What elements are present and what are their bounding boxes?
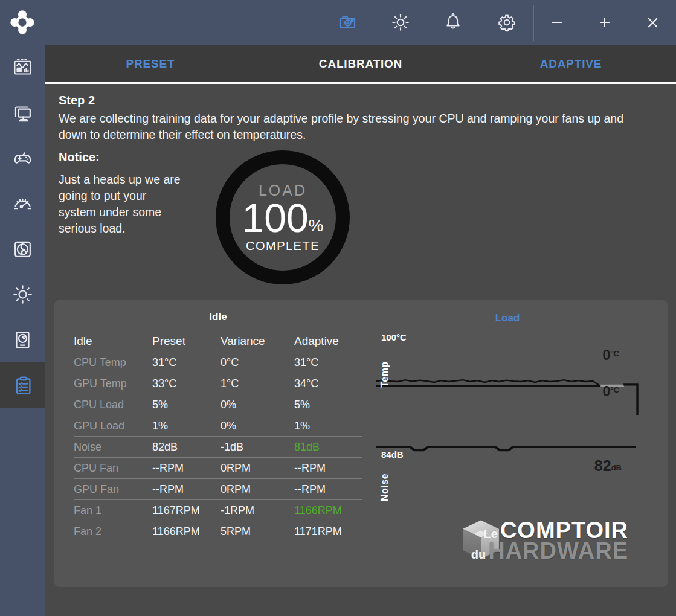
temp-axis-label: Temp bbox=[379, 361, 390, 387]
row-variance: 0% bbox=[221, 394, 294, 415]
row-adaptive-improved: 81dB bbox=[294, 437, 362, 458]
step-description: We are collecting training data for your… bbox=[59, 111, 629, 143]
maximize-button[interactable] bbox=[591, 9, 618, 36]
progress-value: 100 bbox=[242, 198, 308, 238]
row-preset: 33°C bbox=[152, 373, 221, 394]
sidebar-item-games[interactable] bbox=[0, 136, 45, 181]
noise-chart: 84dB Noise 82dB bbox=[376, 444, 641, 531]
row-label: Noise bbox=[74, 437, 152, 458]
row-preset: 31°C bbox=[152, 352, 221, 373]
col-header: Adaptive bbox=[294, 330, 362, 352]
temp-line-drop bbox=[623, 385, 637, 415]
noise-axis-label: Noise bbox=[379, 473, 390, 501]
temp-chart: 100°C Temp 0°C 0°C bbox=[376, 329, 641, 417]
col-header: Preset bbox=[152, 330, 221, 352]
cpu-temp-line bbox=[376, 380, 600, 386]
screenshot-camera-icon[interactable] bbox=[334, 9, 361, 36]
load-progress-ring: LOAD 100 % COMPLETE bbox=[216, 150, 350, 284]
titlebar-divider bbox=[533, 5, 534, 41]
sidebar-item-monitoring[interactable] bbox=[0, 45, 45, 91]
tab-adaptive[interactable]: ADAPTIVE bbox=[466, 45, 676, 82]
calibration-checklist-icon bbox=[11, 374, 34, 397]
row-label: Fan 2 bbox=[74, 521, 152, 542]
row-variance: 0% bbox=[221, 415, 294, 437]
performance-gauge-icon bbox=[11, 193, 34, 215]
sidebar-item-pump[interactable] bbox=[0, 317, 45, 362]
game-controller-icon bbox=[11, 147, 34, 170]
fan-cooling-icon bbox=[11, 238, 34, 260]
load-charts: Load 100°C Temp 0°C 0°C 84dB Noise bbox=[369, 300, 668, 587]
sidebar-item-cooling[interactable] bbox=[0, 226, 45, 272]
progress-percent-sign: % bbox=[309, 217, 324, 238]
row-label: GPU Fan bbox=[74, 479, 152, 500]
sidebar-nav bbox=[0, 45, 45, 616]
notifications-bell-icon[interactable] bbox=[440, 9, 466, 36]
col-header: Idle bbox=[74, 330, 152, 352]
pc-specs-icon bbox=[11, 102, 34, 124]
tab-preset[interactable]: PRESET bbox=[45, 45, 256, 82]
row-adaptive-improved: 1166RPM bbox=[294, 500, 362, 521]
row-label: GPU Load bbox=[74, 415, 152, 437]
sidebar-item-calibration[interactable] bbox=[0, 362, 45, 408]
title-bar bbox=[0, 0, 676, 45]
calibration-tabbar: PRESET CALIBRATION ADAPTIVE bbox=[45, 45, 676, 84]
row-variance: 0°C bbox=[221, 352, 294, 373]
gpu-temp-current: 0°C bbox=[603, 385, 619, 399]
brightness-icon[interactable] bbox=[387, 9, 414, 36]
cpu-temp-current: 0°C bbox=[603, 348, 619, 362]
tab-calibration[interactable]: CALIBRATION bbox=[256, 45, 466, 82]
row-preset: --RPM bbox=[152, 458, 221, 479]
col-header: Variance bbox=[221, 330, 294, 352]
progress-complete-label: COMPLETE bbox=[246, 239, 320, 253]
row-preset: 1% bbox=[152, 415, 221, 437]
row-adaptive: 34°C bbox=[294, 373, 362, 394]
notice-text: Just a heads up we are going to put your… bbox=[59, 172, 183, 237]
row-adaptive: --RPM bbox=[294, 458, 362, 479]
row-variance: 5RPM bbox=[221, 521, 294, 542]
idle-table-title: Idle bbox=[74, 311, 362, 323]
sidebar-item-pc-specs[interactable] bbox=[0, 91, 45, 136]
settings-gear-icon[interactable] bbox=[494, 9, 520, 36]
sidebar-item-lighting[interactable] bbox=[0, 272, 45, 317]
idle-table: Idle Preset Variance Adaptive CPU Temp 3… bbox=[74, 330, 362, 542]
row-preset: --RPM bbox=[152, 479, 221, 500]
noise-line bbox=[376, 447, 636, 450]
pump-cooler-icon bbox=[11, 329, 34, 351]
row-preset: 1166RPM bbox=[152, 521, 221, 542]
minimize-button[interactable] bbox=[544, 9, 570, 36]
row-adaptive: 1% bbox=[294, 415, 362, 437]
row-preset: 82dB bbox=[152, 437, 221, 458]
temp-ymax-label: 100°C bbox=[381, 332, 407, 342]
row-adaptive: 5% bbox=[294, 394, 362, 415]
row-adaptive: 1171RPM bbox=[294, 521, 362, 542]
lighting-sun-icon bbox=[11, 283, 34, 306]
row-variance: 1°C bbox=[221, 373, 294, 394]
row-label: CPU Temp bbox=[74, 352, 152, 373]
load-charts-title: Load bbox=[369, 312, 646, 324]
row-label: Fan 1 bbox=[74, 500, 152, 521]
row-variance: -1dB bbox=[221, 437, 294, 458]
row-adaptive: 31°C bbox=[294, 352, 362, 373]
row-label: GPU Temp bbox=[74, 373, 152, 394]
row-variance: -1RPM bbox=[221, 500, 294, 521]
row-adaptive: --RPM bbox=[294, 479, 362, 500]
titlebar-divider bbox=[629, 5, 629, 41]
sidebar-item-performance[interactable] bbox=[0, 181, 45, 226]
row-label: CPU Fan bbox=[74, 458, 152, 479]
noise-current: 82dB bbox=[594, 458, 622, 473]
row-variance: 0RPM bbox=[221, 458, 294, 479]
monitoring-dashboard-icon bbox=[11, 57, 34, 79]
close-button[interactable] bbox=[639, 9, 666, 36]
notice-heading: Notice: bbox=[59, 150, 100, 164]
row-label: CPU Load bbox=[74, 394, 152, 415]
noise-ymax-label: 84dB bbox=[381, 449, 404, 460]
row-preset: 5% bbox=[152, 394, 221, 415]
results-panel: Idle Idle Preset Variance Adaptive CPU T… bbox=[54, 300, 668, 587]
row-preset: 1167RPM bbox=[152, 500, 221, 521]
nzxt-cam-logo-icon bbox=[10, 10, 35, 35]
step-heading: Step 2 bbox=[59, 94, 95, 107]
row-variance: 0RPM bbox=[221, 479, 294, 500]
